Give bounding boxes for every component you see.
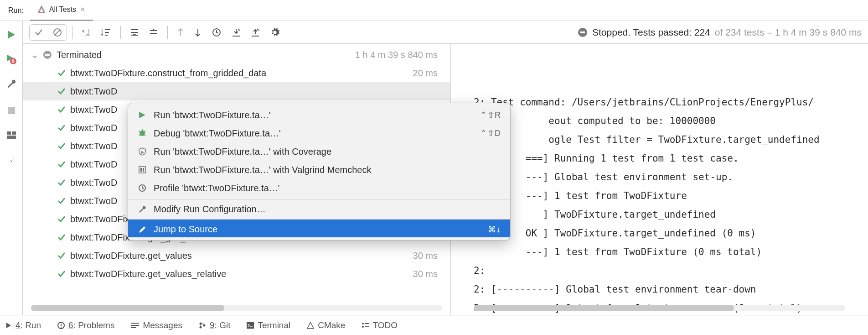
tab-all-tests[interactable]: All Tests ✕: [30, 0, 93, 21]
svg-line-11: [55, 30, 60, 35]
rerun-failed-button[interactable]: 9: [6, 54, 17, 65]
context-menu-item[interactable]: Run 'btwxt:TwoDFixture.ta…'⌃⇧R: [128, 106, 510, 124]
console-line: ---] 1 test from TwoDFixture (0 ms total…: [474, 243, 845, 262]
pin-button[interactable]: [6, 154, 17, 165]
bottom-git[interactable]: 9: Git: [199, 320, 230, 330]
test-row[interactable]: btwxt:TwoD: [23, 82, 450, 100]
context-menu-item[interactable]: Debug 'btwxt:TwoDFixture.ta…'⌃⇧D: [128, 124, 510, 142]
console-line: ---] 1 test from TwoDFixture: [474, 187, 845, 205]
svg-text:a: a: [82, 29, 84, 33]
bottom-run[interactable]: 4: Run: [6, 320, 41, 330]
edit-icon: [137, 225, 147, 234]
context-menu-label: Profile 'btwxt:TwoDFixture.ta…': [154, 183, 495, 194]
valgrind-icon: [137, 166, 147, 174]
svg-marker-29: [139, 112, 145, 118]
horizontal-scrollbar[interactable]: [474, 305, 845, 311]
svg-text:z: z: [86, 32, 88, 37]
bottom-problems[interactable]: 6: Problems: [57, 320, 114, 330]
horizontal-scrollbar[interactable]: [31, 305, 442, 311]
history-button[interactable]: [208, 25, 225, 40]
context-menu-item[interactable]: Jump to Source⌘↓: [128, 219, 510, 237]
import-button[interactable]: [228, 25, 244, 40]
show-ignored-button[interactable]: [48, 25, 67, 40]
bottom-todo[interactable]: TODO: [362, 320, 398, 330]
settings-button[interactable]: [266, 25, 284, 40]
test-row[interactable]: btwxt:TwoDFixture.construct_from_gridded…: [23, 64, 450, 82]
bottom-bar: 4: Run 6: Problems Messages 9: Git Termi…: [0, 315, 868, 335]
svg-rect-26: [580, 31, 585, 33]
pass-icon: [57, 124, 66, 132]
stop-button[interactable]: [6, 105, 17, 116]
console-pane[interactable]: 2: Test command: /Users/jetbrains/CLionP…: [450, 44, 868, 315]
svg-text:9: 9: [12, 59, 15, 64]
context-menu-shortcut: ⌘↓: [488, 225, 501, 235]
svg-line-35: [144, 135, 145, 136]
wrench-icon: [137, 205, 147, 214]
bottom-cmake[interactable]: CMake: [307, 320, 345, 330]
run-button[interactable]: [6, 29, 17, 40]
svg-rect-9: [7, 136, 16, 139]
svg-marker-2: [8, 31, 15, 39]
bottom-messages[interactable]: Messages: [131, 320, 182, 330]
svg-rect-39: [143, 168, 144, 172]
context-menu-item[interactable]: Run 'btwxt:TwoDFixture.ta…' with Valgrin…: [128, 161, 510, 179]
pass-icon: [57, 215, 66, 223]
context-menu-item[interactable]: Modify Run Configuration…: [128, 199, 510, 217]
context-menu-label: Run 'btwxt:TwoDFixture.ta…' with Coverag…: [154, 147, 495, 157]
svg-marker-41: [6, 323, 11, 328]
svg-rect-51: [247, 322, 254, 329]
collapse-all-button[interactable]: [145, 25, 162, 40]
status-suffix: of 234 tests – 1 h 4 m 39 s 840 ms: [715, 27, 862, 38]
context-menu-item[interactable]: Run 'btwxt:TwoDFixture.ta…' with Coverag…: [128, 142, 510, 161]
bottom-terminal[interactable]: Terminal: [247, 320, 290, 330]
up-button[interactable]: [173, 25, 188, 40]
pass-icon: [57, 142, 66, 150]
console-output: 2: Test command: /Users/jetbrains/CLionP…: [474, 93, 845, 315]
svg-line-32: [139, 131, 140, 132]
svg-rect-6: [8, 107, 15, 114]
svg-rect-37: [139, 167, 145, 173]
svg-point-49: [200, 326, 202, 328]
show-passed-button[interactable]: [30, 25, 48, 40]
test-row[interactable]: btwxt:TwoDFixture.get_values30 ms: [23, 246, 450, 265]
context-menu-shortcut: ⌃⇧R: [480, 110, 501, 120]
test-label: btwxt:TwoD: [70, 86, 438, 97]
coverage-icon: [137, 147, 147, 156]
svg-point-48: [200, 322, 202, 325]
svg-point-53: [362, 323, 364, 325]
wrench-button[interactable]: [6, 79, 17, 89]
sort-duration-button[interactable]: [98, 25, 115, 40]
context-menu-label: Run 'btwxt:TwoDFixture.ta…' with Valgrin…: [154, 165, 495, 175]
down-button[interactable]: [191, 25, 205, 40]
pass-icon: [57, 105, 66, 114]
top-bar: Run: All Tests ✕: [0, 0, 868, 21]
toolbar: az Stopped. Tests passed: 224 of 234 tes…: [23, 21, 868, 44]
expand-all-button[interactable]: [126, 25, 143, 40]
debug-icon: [137, 129, 147, 137]
svg-rect-38: [140, 168, 142, 172]
context-menu-item[interactable]: Profile 'btwxt:TwoDFixture.ta…': [128, 179, 510, 197]
stopped-icon: [578, 27, 588, 37]
export-button[interactable]: [247, 25, 264, 40]
test-label: btwxt:TwoDFixture.get_values: [70, 251, 405, 261]
tree-root[interactable]: ⌄ Terminated 1 h 4 m 39 s 840 ms: [23, 46, 450, 64]
svg-marker-23: [152, 29, 155, 31]
separator: [72, 26, 73, 39]
separator: [120, 26, 121, 39]
close-tab-icon[interactable]: ✕: [80, 5, 86, 14]
pass-icon: [57, 87, 66, 95]
test-row[interactable]: btwxt:TwoDFixture.get_values_relative30 …: [23, 265, 450, 283]
svg-point-55: [362, 326, 364, 328]
tree-root-label: Terminated: [57, 50, 347, 60]
run-icon: [137, 111, 147, 119]
test-time: 30 ms: [413, 251, 438, 261]
run-config-icon: [37, 5, 46, 14]
console-line: eout computed to be: 10000000: [474, 112, 845, 131]
context-menu-label: Modify Run Configuration…: [154, 204, 495, 215]
console-line: OK ] TwoDFixture.target_undefined (0 ms): [474, 224, 845, 243]
sort-button[interactable]: az: [78, 25, 95, 40]
tree-root-time: 1 h 4 m 39 s 840 ms: [355, 50, 438, 60]
layout-button[interactable]: [6, 130, 17, 141]
context-menu-shortcut: ⌃⇧D: [480, 128, 501, 138]
svg-rect-8: [12, 131, 16, 135]
